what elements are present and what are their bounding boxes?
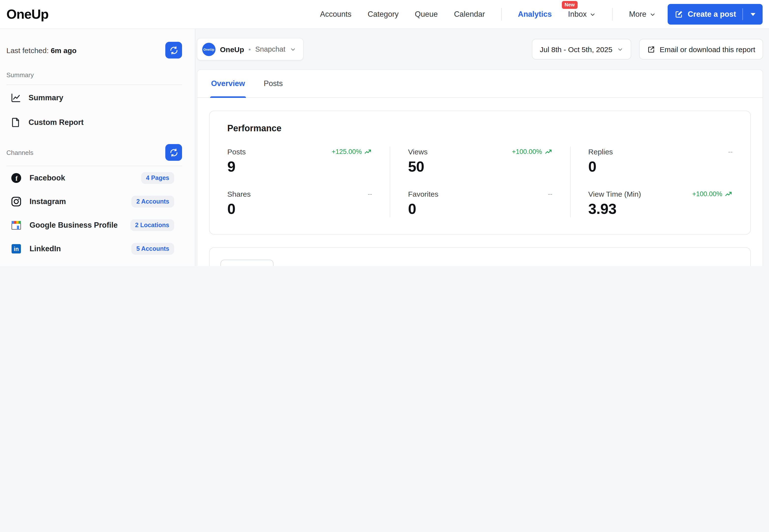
nav-divider (501, 8, 502, 21)
chevron-down-icon (260, 266, 267, 266)
refresh-icon (169, 148, 178, 157)
account-channel: Snapchat (255, 45, 285, 53)
count-badge: 2 Locations (130, 219, 174, 231)
channels-section-header: Channels (6, 144, 182, 166)
performance-title: Performance (210, 123, 750, 134)
sidebar-item-instagram[interactable]: Instagram 2 Accounts (6, 190, 182, 213)
chart-metric-selector[interactable]: Posts (220, 260, 273, 266)
nav-divider (612, 8, 613, 21)
summary-section-header: Summary (6, 71, 182, 85)
export-report-label: Email or download this report (660, 45, 755, 53)
sidebar-item-tiktok[interactable]: TikTok 2 Accounts (6, 261, 182, 266)
google-business-icon (10, 219, 22, 231)
metric-shares: Shares -- 0 (227, 190, 372, 217)
chevron-down-icon (590, 11, 596, 17)
separator-dot: • (248, 45, 251, 53)
create-post-caret[interactable] (747, 12, 759, 16)
metric-value: 0 (408, 201, 553, 217)
metric-delta: +125.00% (331, 148, 372, 156)
export-report-button[interactable]: Email or download this report (639, 39, 763, 59)
create-post-label: Create a post (688, 10, 736, 19)
date-range-label: Jul 8th - Oct 5th, 2025 (540, 45, 612, 53)
count-badge: 4 Pages (141, 172, 174, 184)
chevron-down-icon (617, 46, 623, 52)
analytics-panel: Overview Posts Performance Posts (197, 69, 763, 266)
facebook-icon: f (10, 172, 22, 184)
posts-trend-card: Posts Posts Trend (209, 247, 751, 266)
app-root: OneUp Accounts Category Queue Calendar A… (0, 0, 769, 266)
nav-analytics[interactable]: Analytics (518, 10, 552, 19)
date-range-selector[interactable]: Jul 8th - Oct 5th, 2025 (532, 39, 631, 59)
top-nav-bar: OneUp Accounts Category Queue Calendar A… (0, 0, 769, 29)
nav-accounts[interactable]: Accounts (320, 10, 351, 19)
performance-card: Performance Posts +125.00% 9 (209, 111, 751, 235)
new-badge: New (562, 1, 578, 9)
sidebar-item-custom-report[interactable]: Custom Report (6, 111, 182, 134)
metric-replies: Replies -- 0 (588, 148, 733, 175)
metric-delta: -- (728, 148, 733, 155)
metric-delta: +100.00% (692, 190, 733, 198)
instagram-icon (10, 196, 22, 207)
refresh-icon (169, 45, 178, 55)
metric-delta: -- (368, 190, 372, 198)
oneup-logo[interactable]: OneUp (6, 7, 48, 22)
metric-delta: -- (548, 190, 552, 198)
count-badge: 5 Accounts (131, 243, 174, 255)
metric-value: 50 (408, 158, 553, 175)
metric-value: 3.93 (588, 201, 733, 217)
sidebar-item-facebook[interactable]: f Facebook 4 Pages (6, 166, 182, 190)
metric-view-time: View Time (Min) +100.00% 3.93 (588, 190, 733, 217)
report-toolbar: OneUp OneUp • Snapchat Jul 8th - Oct 5th… (195, 29, 769, 69)
svg-text:in: in (14, 246, 19, 252)
create-post-button[interactable]: Create a post (668, 4, 763, 25)
chart-icon (10, 92, 21, 103)
metric-value: 9 (227, 158, 372, 175)
metric-posts: Posts +125.00% 9 (227, 148, 372, 175)
metric-value: 0 (588, 158, 733, 175)
chart-metric-label: Posts (227, 265, 247, 266)
linkedin-icon: in (10, 243, 22, 255)
chevron-down-icon (649, 11, 656, 17)
last-fetched-value: 6m ago (51, 46, 76, 54)
trend-up-icon (544, 148, 552, 156)
pencil-icon (675, 10, 683, 19)
main-content: OneUp OneUp • Snapchat Jul 8th - Oct 5th… (195, 29, 769, 266)
nav-inbox[interactable]: New Inbox (568, 10, 596, 19)
nav-queue[interactable]: Queue (415, 10, 438, 19)
metric-delta: +100.00% (512, 148, 552, 156)
button-divider (742, 8, 743, 20)
svg-text:f: f (15, 175, 18, 182)
metric-value: 0 (227, 201, 372, 217)
nav-inbox-label: Inbox (568, 10, 587, 19)
count-badge: 2 Accounts (131, 196, 174, 207)
nav-calendar[interactable]: Calendar (454, 10, 485, 19)
last-fetched: Last fetched: 6m ago (6, 46, 76, 54)
sidebar-item-google-business-profile[interactable]: Google Business Profile 2 Locations (6, 213, 182, 237)
tab-overview[interactable]: Overview (211, 70, 245, 97)
nav-category[interactable]: Category (368, 10, 399, 19)
account-selector[interactable]: OneUp OneUp • Snapchat (197, 38, 303, 60)
share-icon (647, 45, 655, 53)
sidebar: Last fetched: 6m ago Summary Summary Cus… (0, 29, 195, 266)
tab-posts[interactable]: Posts (264, 70, 283, 97)
tab-bar: Overview Posts (197, 70, 763, 98)
refresh-data-button[interactable] (165, 42, 182, 59)
trend-up-icon (364, 148, 372, 156)
nav-more[interactable]: More (629, 10, 656, 19)
document-icon (10, 117, 21, 128)
primary-nav: Accounts Category Queue Calendar Analyti… (320, 8, 656, 21)
sidebar-item-linkedin[interactable]: in LinkedIn 5 Accounts (6, 237, 182, 261)
account-name: OneUp (220, 45, 244, 53)
refresh-channels-button[interactable] (165, 144, 182, 161)
metric-favorites: Favorites -- 0 (408, 190, 553, 217)
sidebar-item-label: Custom Report (29, 118, 84, 127)
caret-down-icon (750, 12, 756, 16)
oneup-avatar: OneUp (202, 43, 215, 56)
metric-views: Views +100.00% 50 (408, 148, 553, 175)
sidebar-item-label: Summary (29, 93, 63, 102)
chevron-down-icon (290, 46, 296, 52)
trend-up-icon (725, 190, 733, 198)
sidebar-item-summary[interactable]: Summary (6, 86, 182, 110)
nav-more-label: More (629, 10, 647, 19)
